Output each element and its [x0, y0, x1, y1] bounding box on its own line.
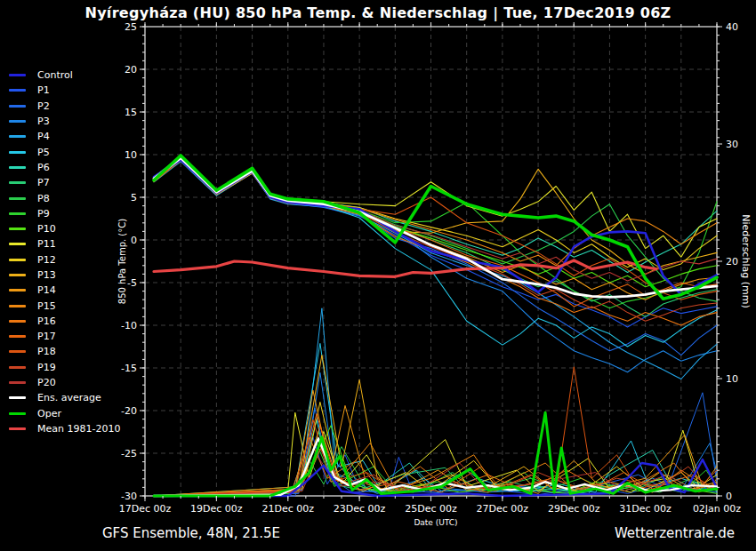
legend-swatch [9, 366, 26, 369]
legend-item-ens--average: Ens. average [9, 390, 120, 405]
p9-temp-line [154, 161, 717, 308]
legend-item-p17: P17 [9, 329, 120, 344]
legend-label: P2 [37, 100, 50, 112]
legend-item-p15: P15 [9, 298, 120, 313]
p15-temp-line [154, 158, 717, 266]
left-tick-label: -30 [121, 491, 137, 502]
left-tick-label: -10 [121, 320, 137, 331]
legend-label: P18 [37, 346, 56, 357]
legend-item-p9: P9 [9, 206, 120, 221]
legend-item-p6: P6 [9, 160, 120, 175]
legend-label: P9 [37, 208, 50, 220]
legend-item-p18: P18 [9, 344, 120, 359]
legend-swatch [9, 197, 26, 200]
legend-item-p14: P14 [9, 283, 120, 298]
legend-swatch [9, 412, 26, 415]
legend-label: P14 [37, 284, 56, 296]
legend-label: P15 [37, 300, 56, 312]
x-tick-label: 19Dec 00z [190, 503, 243, 515]
legend-item-p1: P1 [9, 83, 120, 98]
legend-swatch [9, 181, 26, 184]
legend-swatch [9, 212, 26, 215]
p11-precip-line [154, 412, 717, 496]
left-tick-label: 5 [131, 192, 137, 204]
legend-item-p19: P19 [9, 360, 120, 375]
left-tick-label: 25 [125, 21, 137, 33]
legend: ControlP1P2P3P4P5P6P7P8P9P10P11P12P13P14… [9, 68, 120, 436]
legend-label: P4 [37, 131, 50, 142]
legend-label: Mean 1981-2010 [37, 423, 120, 435]
legend-item-p2: P2 [9, 99, 120, 114]
legend-item-p13: P13 [9, 268, 120, 283]
legend-item-p16: P16 [9, 314, 120, 329]
left-axis-label: 850 hPa Temp. (°C) [117, 219, 127, 304]
legend-swatch [9, 427, 26, 430]
site-credit-text: Wetterzentrale.de [615, 525, 735, 541]
legend-label: Control [37, 69, 73, 81]
legend-item-p11: P11 [9, 236, 120, 252]
model-info-text: GFS Ensemble, 48N, 21.5E [102, 525, 280, 541]
x-tick-label: 23Dec 00z [334, 503, 386, 515]
legend-item-p4: P4 [9, 129, 120, 144]
legend-swatch [9, 335, 26, 338]
legend-label: Ens. average [37, 392, 101, 403]
legend-label: P10 [37, 223, 56, 235]
right-axis-label: Niederschlag (mm) [740, 214, 752, 307]
legend-swatch [9, 243, 26, 245]
legend-item-mean-1981-2010: Mean 1981-2010 [9, 421, 120, 436]
legend-item-p20: P20 [9, 375, 120, 390]
legend-swatch [9, 381, 26, 384]
legend-swatch [9, 135, 26, 138]
legend-item-oper: Oper [9, 406, 120, 421]
right-tick-label: 30 [726, 139, 738, 150]
x-axis-label: Date (UTC) [414, 518, 457, 527]
legend-label: P13 [37, 269, 56, 281]
p17-precip-line [154, 414, 717, 496]
legend-swatch [9, 396, 26, 399]
legend-label: P3 [37, 116, 50, 127]
left-tick-label: -5 [127, 277, 137, 289]
right-tick-label: 40 [726, 21, 738, 33]
legend-swatch [9, 120, 26, 123]
x-tick-label: 25Dec 00z [405, 503, 457, 515]
legend-swatch [9, 74, 26, 76]
legend-swatch [9, 320, 26, 323]
left-tick-label: -15 [121, 363, 137, 374]
legend-label: P20 [37, 377, 56, 388]
legend-swatch [9, 289, 26, 291]
oper-precip-line [154, 412, 717, 496]
right-tick-label: 10 [726, 373, 738, 385]
legend-item-p12: P12 [9, 252, 120, 268]
legend-item-control: Control [9, 68, 120, 83]
legend-swatch [9, 105, 26, 108]
legend-label: P1 [37, 84, 50, 96]
legend-label: P6 [37, 162, 50, 173]
legend-item-p10: P10 [9, 221, 120, 236]
right-tick-label: 0 [726, 491, 732, 502]
legend-label: P11 [37, 238, 56, 250]
x-tick-label: 31Dec 00z [619, 503, 672, 515]
left-tick-label: -20 [121, 405, 137, 417]
legend-label: P17 [37, 331, 56, 342]
chart-canvas: Nyíregyháza (HU) 850 hPa Temp. & Nieders… [0, 0, 756, 551]
left-tick-label: 0 [131, 235, 137, 246]
x-tick-label: 29Dec 00z [548, 503, 600, 515]
legend-swatch [9, 274, 26, 276]
legend-label: P5 [37, 147, 50, 158]
legend-swatch [9, 350, 26, 353]
legend-swatch [9, 151, 26, 154]
p4-temp-line [154, 162, 717, 379]
x-tick-label: 21Dec 00z [261, 503, 314, 515]
x-tick-label: 17Dec 00z [119, 503, 172, 515]
legend-item-p7: P7 [9, 175, 120, 190]
left-tick-label: 20 [125, 64, 137, 76]
legend-swatch [9, 228, 26, 230]
p4-precip-line [154, 308, 717, 496]
right-tick-label: 20 [726, 256, 738, 268]
legend-item-p3: P3 [9, 114, 120, 129]
legend-label: P7 [37, 177, 50, 188]
legend-swatch [9, 89, 26, 92]
x-tick-label: 27Dec 00z [477, 503, 529, 515]
legend-label: P19 [37, 362, 56, 373]
legend-label: P8 [37, 193, 50, 204]
